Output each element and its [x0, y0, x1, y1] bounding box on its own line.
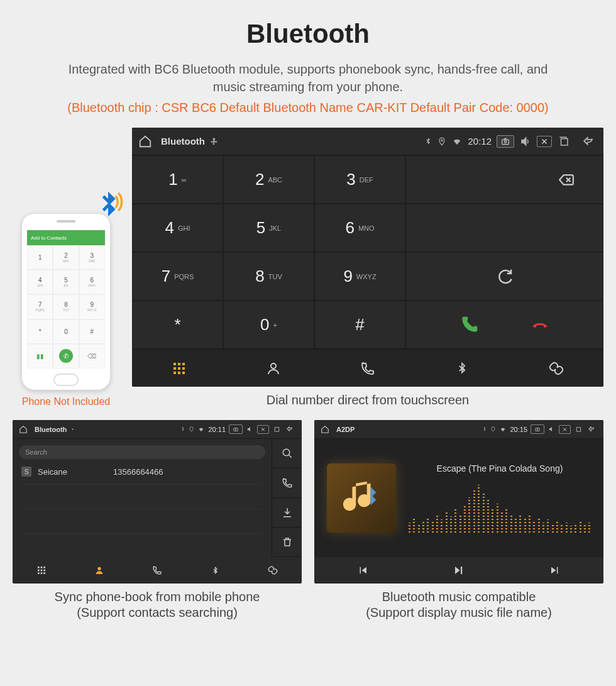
screenshot-icon[interactable]	[531, 424, 544, 434]
location-icon	[490, 426, 496, 433]
album-art	[327, 463, 396, 533]
usb-icon	[70, 426, 75, 432]
svg-rect-7	[173, 367, 176, 370]
close-icon[interactable]	[559, 425, 571, 434]
tab-history[interactable]	[128, 557, 186, 584]
contact-name: Seicane	[38, 467, 107, 477]
search-input[interactable]: Search	[19, 445, 265, 459]
svg-rect-5	[178, 363, 180, 365]
tab-contacts[interactable]	[226, 349, 321, 387]
tab-pair[interactable]	[244, 557, 302, 584]
tab-keypad[interactable]	[132, 349, 226, 387]
svg-rect-10	[173, 372, 176, 374]
close-icon[interactable]	[537, 136, 552, 147]
recent-apps-icon[interactable]	[272, 426, 281, 433]
key-5[interactable]: 5JKL	[223, 204, 314, 252]
volume-icon[interactable]	[519, 136, 532, 147]
svg-rect-24	[43, 570, 45, 572]
svg-rect-12	[182, 372, 185, 374]
statusbar-title: A2DP	[336, 426, 355, 433]
backspace-button[interactable]	[405, 155, 603, 204]
svg-point-16	[235, 429, 236, 430]
svg-rect-31	[576, 428, 580, 431]
svg-point-0	[441, 140, 443, 141]
tab-pair[interactable]	[509, 349, 603, 387]
key-9[interactable]: 9WXYZ	[314, 252, 405, 301]
key-star[interactable]: *	[132, 301, 223, 349]
statusbar-title: Bluetooth	[35, 426, 67, 433]
key-2[interactable]: 2ABC	[223, 155, 314, 204]
play-pause-button[interactable]	[410, 557, 507, 584]
back-icon[interactable]	[580, 136, 597, 147]
key-hash[interactable]: #	[314, 301, 405, 349]
redial-button[interactable]	[405, 252, 603, 301]
svg-rect-26	[41, 572, 43, 574]
home-icon[interactable]	[138, 135, 152, 148]
svg-rect-9	[182, 367, 185, 370]
back-icon[interactable]	[284, 426, 295, 433]
prev-button[interactable]	[314, 557, 410, 584]
volume-icon[interactable]	[246, 426, 254, 433]
visualizer	[409, 482, 591, 533]
key-6[interactable]: 6MNO	[314, 204, 405, 252]
next-button[interactable]	[507, 557, 603, 584]
svg-rect-20	[41, 567, 43, 568]
hangup-button[interactable]	[529, 318, 551, 333]
svg-point-18	[283, 449, 290, 456]
recent-apps-icon[interactable]	[557, 136, 571, 147]
phone-mockup: Add to Contacts 12ABC3DEF 4GHI5JKL6MNO 7…	[22, 214, 110, 390]
close-icon[interactable]	[257, 425, 269, 434]
key-0[interactable]: 0+	[223, 301, 314, 349]
side-delete-icon[interactable]	[272, 528, 302, 557]
key-4[interactable]: 4GHI	[132, 204, 223, 252]
dial-grid: 1∞ 2ABC 3DEF 4GHI 5JKL 6MNO 7PQRS 8TUV 9…	[132, 155, 405, 349]
side-search-icon[interactable]	[272, 439, 302, 468]
statusbar-time: 20:12	[468, 136, 492, 147]
svg-rect-3	[561, 138, 568, 145]
screenshot-icon[interactable]	[229, 424, 243, 434]
tab-bluetooth[interactable]	[186, 557, 244, 584]
svg-rect-4	[173, 363, 176, 365]
bluetooth-icon	[180, 426, 185, 433]
statusbar-time: 20:11	[208, 426, 226, 433]
key-1[interactable]: 1∞	[132, 155, 223, 204]
tab-bluetooth[interactable]	[415, 349, 509, 387]
contact-row[interactable]: S Seicane 13566664466	[13, 462, 272, 482]
back-icon[interactable]	[586, 426, 597, 433]
statusbar: Bluetooth 20:12	[132, 128, 603, 155]
bottom-tabs	[132, 349, 603, 387]
volume-icon[interactable]	[547, 426, 556, 433]
svg-rect-19	[38, 567, 40, 568]
recent-apps-icon[interactable]	[574, 426, 583, 433]
key-7[interactable]: 7PQRS	[132, 252, 223, 301]
side-download-icon[interactable]	[272, 498, 302, 528]
svg-point-2	[504, 140, 507, 143]
tab-contacts[interactable]	[70, 557, 128, 584]
wifi-icon	[451, 136, 463, 147]
bluetooth-icon	[481, 426, 487, 433]
tab-keypad[interactable]	[13, 557, 70, 584]
side-call-icon[interactable]	[272, 468, 302, 498]
key-3[interactable]: 3DEF	[314, 155, 405, 204]
svg-point-28	[97, 567, 101, 570]
home-icon[interactable]	[321, 425, 329, 434]
contacts-caption2: (Support contacts searching)	[13, 606, 302, 620]
statusbar-time: 20:15	[510, 426, 527, 433]
spec-line: (Bluetooth chip : CSR BC6 Default Blueto…	[13, 101, 603, 115]
contact-letter: S	[21, 467, 31, 477]
screenshot-icon[interactable]	[497, 135, 514, 148]
call-button[interactable]	[459, 315, 479, 335]
phone-topbar-text: Add to Contacts	[31, 235, 67, 241]
svg-rect-22	[38, 570, 40, 572]
dialer-caption: Dial number direct from touchscreen	[132, 393, 603, 407]
home-icon[interactable]	[19, 425, 28, 434]
key-8[interactable]: 8TUV	[223, 252, 314, 301]
svg-rect-11	[178, 372, 180, 374]
location-icon	[189, 426, 194, 433]
tab-history[interactable]	[321, 349, 415, 387]
phone-column: Add to Contacts 12ABC3DEF 4GHI5JKL6MNO 7…	[13, 214, 119, 407]
empty-row	[405, 204, 603, 252]
svg-point-13	[271, 363, 276, 368]
svg-rect-1	[502, 140, 509, 145]
svg-rect-21	[43, 567, 45, 568]
